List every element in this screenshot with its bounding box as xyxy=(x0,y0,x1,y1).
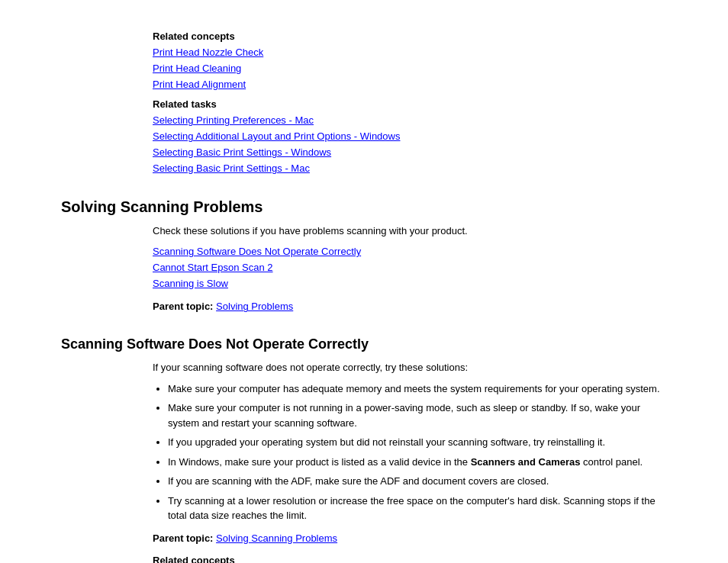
solving-scanning-content: Check these solutions if you have proble… xyxy=(153,224,667,316)
related-tasks-section: Related tasks Selecting Printing Prefere… xyxy=(153,98,667,176)
link-cannot-start-epson-scan[interactable]: Cannot Start Epson Scan 2 xyxy=(153,260,667,276)
link-selecting-basic-print-windows[interactable]: Selecting Basic Print Settings - Windows xyxy=(153,145,667,161)
bullet-2: Make sure your computer is not running i… xyxy=(168,401,667,430)
solving-scanning-heading: Solving Scanning Problems xyxy=(61,198,667,216)
parent-topic-1: Parent topic: Solving Problems xyxy=(153,299,667,315)
link-solving-problems[interactable]: Solving Problems xyxy=(216,301,293,312)
link-selecting-printing-preferences-mac[interactable]: Selecting Printing Preferences - Mac xyxy=(153,113,667,129)
link-solving-scanning-problems[interactable]: Solving Scanning Problems xyxy=(216,532,337,544)
related-concepts-label-2: Related concepts xyxy=(153,555,667,563)
scanners-cameras-bold: Scanners and Cameras xyxy=(471,456,581,468)
bullet-list: Make sure your computer has adequate mem… xyxy=(168,381,667,523)
bullet-5: If you are scanning with the ADF, make s… xyxy=(168,474,667,489)
link-scanning-software-not-operate[interactable]: Scanning Software Does Not Operate Corre… xyxy=(153,244,667,260)
link-print-head-alignment[interactable]: Print Head Alignment xyxy=(153,77,667,93)
link-scanning-is-slow[interactable]: Scanning is Slow xyxy=(153,276,667,292)
scanning-software-heading: Scanning Software Does Not Operate Corre… xyxy=(61,336,667,352)
bullet-4: In Windows, make sure your product is li… xyxy=(168,455,667,470)
link-print-head-cleaning[interactable]: Print Head Cleaning xyxy=(153,61,667,77)
page-container: Related concepts Print Head Nozzle Check… xyxy=(0,0,728,563)
scanning-software-content: If your scanning software does not opera… xyxy=(153,360,667,563)
related-tasks-label: Related tasks xyxy=(153,98,667,110)
link-selecting-basic-print-mac[interactable]: Selecting Basic Print Settings - Mac xyxy=(153,161,667,177)
related-concepts-section-1: Related concepts Print Head Nozzle Check… xyxy=(153,31,667,177)
scanning-software-intro: If your scanning software does not opera… xyxy=(153,360,667,375)
bullet-1: Make sure your computer has adequate mem… xyxy=(168,381,667,397)
solving-scanning-intro: Check these solutions if you have proble… xyxy=(153,224,667,239)
parent-topic-2: Parent topic: Solving Scanning Problems xyxy=(153,531,667,547)
parent-topic-label-1: Parent topic: xyxy=(153,301,213,312)
link-print-head-nozzle-check[interactable]: Print Head Nozzle Check xyxy=(153,45,667,61)
link-selecting-additional-layout[interactable]: Selecting Additional Layout and Print Op… xyxy=(153,129,667,145)
bullet-6: Try scanning at a lower resolution or in… xyxy=(168,494,667,523)
bullet-3: If you upgraded your operating system bu… xyxy=(168,435,667,450)
related-concepts-label-1: Related concepts xyxy=(153,31,667,42)
parent-topic-label-2: Parent topic: xyxy=(153,532,213,544)
